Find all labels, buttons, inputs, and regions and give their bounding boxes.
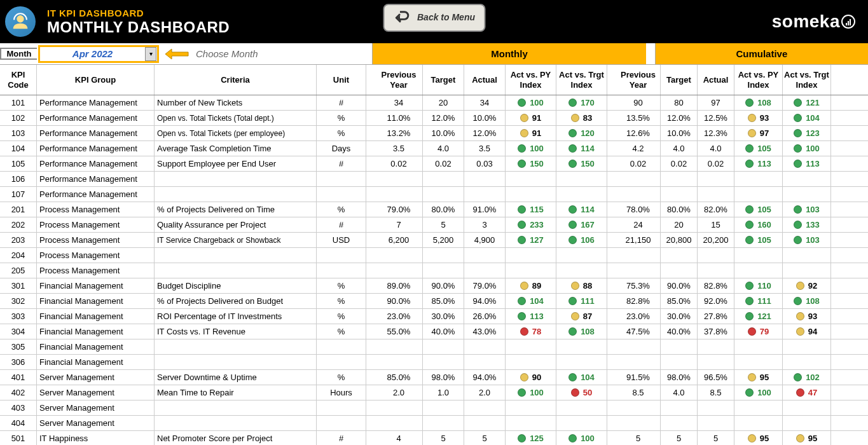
brand-logo: someka — [772, 11, 855, 32]
kpi-code: 301 — [0, 278, 37, 293]
status-dot-icon — [796, 312, 804, 320]
index-cell: 115 — [506, 202, 556, 217]
status-dot-icon — [748, 327, 756, 336]
hint-arrow-icon — [164, 47, 189, 61]
index-value: 103 — [806, 235, 820, 245]
status-dot-icon — [520, 327, 528, 336]
kpi-code: 103 — [0, 126, 37, 140]
status-dot-icon — [520, 114, 528, 122]
index-cell: 113 — [734, 156, 783, 171]
kpi-unit — [317, 416, 366, 430]
kpi-unit — [317, 172, 366, 186]
kpi-group: Performance Management — [37, 95, 155, 110]
data-cell — [464, 416, 506, 430]
table-row: 404Server Management — [0, 416, 868, 431]
index-value: 113 — [806, 159, 820, 168]
kpi-code: 501 — [0, 431, 37, 445]
data-cell: 4 — [375, 431, 423, 445]
index-cell: 91 — [506, 111, 556, 125]
index-value: 114 — [581, 144, 595, 153]
kpi-group: Performance Management — [37, 126, 155, 140]
index-cell: 106 — [556, 233, 607, 247]
index-value: 105 — [757, 144, 771, 153]
kpi-criteria — [155, 172, 317, 186]
index-cell: 114 — [556, 141, 607, 156]
kpi-criteria: Budget Discipline — [155, 278, 317, 293]
data-cell — [423, 339, 464, 354]
index-cell: 108 — [734, 95, 783, 110]
data-cell — [698, 248, 734, 263]
status-dot-icon — [794, 205, 802, 214]
status-dot-icon — [518, 205, 526, 214]
col-m-target: Target — [423, 65, 464, 95]
index-cell: 102 — [783, 370, 831, 385]
kpi-group: Process Management — [37, 263, 155, 278]
month-selector[interactable]: Apr 2022 ▾ — [38, 45, 159, 63]
index-cell: 94 — [783, 324, 831, 339]
status-dot-icon — [748, 434, 756, 442]
data-cell: 23.0% — [375, 309, 423, 324]
kpi-group: Server Management — [37, 370, 155, 385]
data-cell: 80.0% — [661, 202, 698, 217]
status-dot-icon — [748, 373, 756, 381]
data-cell: 82.0% — [698, 202, 734, 217]
index-value: 104 — [581, 373, 595, 382]
data-cell: 6,200 — [375, 233, 423, 247]
data-cell — [423, 187, 464, 202]
data-cell: 5 — [464, 431, 506, 445]
kpi-unit — [317, 400, 366, 415]
data-cell — [375, 248, 423, 263]
kpi-code: 302 — [0, 294, 37, 308]
data-cell: 2.0 — [375, 385, 423, 400]
back-to-menu-button[interactable]: Back to Menu — [383, 4, 485, 32]
data-cell — [616, 400, 661, 415]
kpi-unit: % — [317, 324, 366, 339]
kpi-criteria: IT Costs vs. IT Revenue — [155, 324, 317, 339]
index-cell: 105 — [734, 141, 783, 156]
back-arrow-icon — [393, 9, 411, 27]
index-value: 87 — [583, 312, 592, 321]
dropdown-arrow-icon[interactable]: ▾ — [145, 47, 156, 61]
data-cell: 4.0 — [661, 141, 698, 156]
data-cell — [375, 339, 423, 354]
index-cell: 90 — [506, 370, 556, 385]
kpi-criteria: % of Projects Delivered on Budget — [155, 294, 317, 308]
table-row: 102Performance ManagementOpen vs. Total … — [0, 111, 868, 126]
data-cell: 97 — [698, 95, 734, 110]
kpi-group: Performance Management — [37, 111, 155, 125]
data-cell: 0.02 — [616, 156, 661, 171]
kpi-group: Performance Management — [37, 172, 155, 186]
data-cell: 4.0 — [661, 385, 698, 400]
index-cell: 105 — [734, 202, 783, 217]
data-cell — [464, 355, 506, 369]
data-cell — [423, 248, 464, 263]
kpi-criteria: Net Promoter Score per Project — [155, 431, 317, 445]
data-cell: 0.02 — [423, 156, 464, 171]
status-dot-icon — [794, 99, 802, 107]
data-cell: 0.03 — [464, 156, 506, 171]
data-cell — [698, 355, 734, 369]
data-cell — [616, 187, 661, 202]
index-cell: 95 — [734, 370, 783, 385]
status-dot-icon — [571, 114, 579, 122]
kpi-code: 106 — [0, 172, 37, 186]
status-dot-icon — [794, 160, 802, 168]
data-cell: 12.6% — [616, 126, 661, 140]
status-dot-icon — [518, 99, 526, 107]
data-cell: 4,900 — [464, 233, 506, 247]
index-cell: 160 — [734, 217, 783, 232]
kpi-code: 104 — [0, 141, 37, 156]
index-value: 104 — [806, 113, 820, 123]
kpi-code: 202 — [0, 217, 37, 232]
index-value: 50 — [583, 388, 592, 397]
kpi-table-body: 101Performance ManagementNumber of New T… — [0, 95, 868, 445]
index-value: 108 — [581, 327, 595, 336]
data-cell: 98.0% — [661, 370, 698, 385]
status-dot-icon — [518, 144, 526, 153]
data-cell — [423, 263, 464, 278]
data-cell — [616, 248, 661, 263]
data-cell: 80.0% — [423, 202, 464, 217]
data-cell — [423, 400, 464, 415]
kpi-unit: % — [317, 309, 366, 324]
data-cell: 3 — [464, 217, 506, 232]
